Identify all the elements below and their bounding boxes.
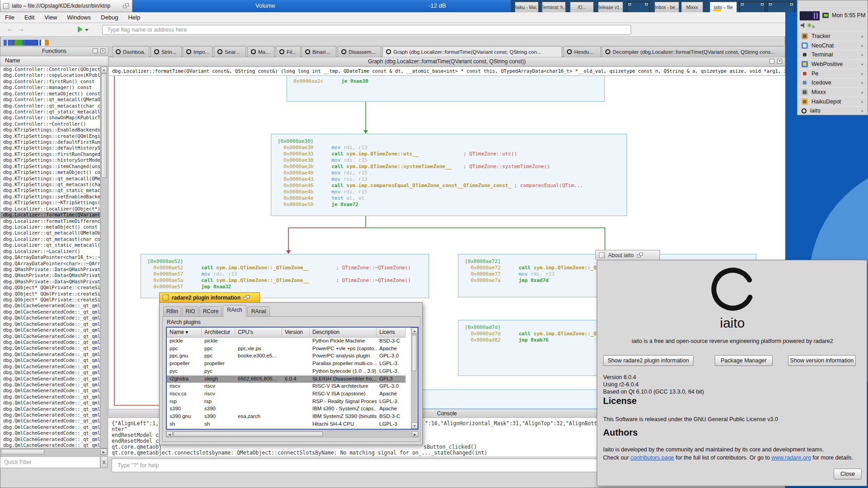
function-list-item[interactable]: dbg.QObject* QQmlPrivate::createSing: [0, 297, 100, 303]
function-list-item[interactable]: dbg.QmlCacheGeneratedCode::_qt_qml_: [0, 339, 100, 345]
function-list-item[interactable]: dbg.QmlCacheGeneratedCode::_qt_qml_: [0, 327, 100, 333]
window-tab-inbox-be-[interactable]: Inbox - be...: [655, 2, 679, 12]
column-header-description[interactable]: Description: [310, 328, 377, 338]
scrollbar-thumb[interactable]: [101, 74, 107, 178]
window-tab-release-v1-[interactable]: Release v1 ...: [598, 2, 623, 12]
function-list-item[interactable]: dbg.Controller::metaObject() const: [0, 91, 100, 97]
forward-arrow-icon[interactable]: →: [17, 24, 25, 33]
workspace-tray-widget[interactable]: [800, 11, 820, 20]
functions-horizontal-scrollbar[interactable]: ▶: [0, 448, 108, 455]
window-tab--o-[interactable]: /O...: [570, 2, 594, 12]
function-list-item[interactable]: dbg.KTripSettings::qt_metacast(chars: [0, 182, 100, 188]
function-list-item[interactable]: dbg.KTripSettings::metaObject() cons: [0, 169, 100, 175]
plugin-table-row[interactable]: r2ghidrasleigh6502,6805,805...6.0.4SLEIG…: [167, 375, 406, 383]
function-list-item[interactable]: dbg.QmlCacheGeneratedCode::_qt_qml_: [0, 364, 100, 370]
function-list-item[interactable]: dbg.Controller::~Controller(): [0, 121, 100, 127]
function-list-item[interactable]: dbg.KTripSettings::historySortModeCh: [0, 157, 100, 163]
stack-tile-icon[interactable]: [637, 253, 643, 258]
function-list-item[interactable]: dbg.QmlCacheGeneratedCode::_qt_qml_: [0, 321, 100, 327]
function-list-item[interactable]: dbg.Controller::qt_metacall(QMetaObj: [0, 97, 100, 103]
volume-and-process-tray-icons[interactable]: [800, 22, 818, 29]
function-list-item[interactable]: dbg.Localizer::qt_static_metacall(QO: [0, 242, 100, 248]
function-list-item[interactable]: dbg.QmlCacheGeneratedCode::_qt_qml_: [0, 376, 100, 382]
function-list-item[interactable]: dbg.QmlCacheGeneratedCode::_qt_qml_: [0, 400, 100, 406]
quick-filter-close-button[interactable]: X: [100, 456, 108, 468]
tab-strin-[interactable]: Strin...: [151, 46, 182, 57]
flag-address-input[interactable]: [102, 25, 631, 35]
function-list-item[interactable]: dbg.KTripSettings::create(QQmlEngine: [0, 133, 100, 139]
function-list-item[interactable]: dbg.Controller::showOnMap(KPublicTra: [0, 115, 100, 121]
continue-play-icon[interactable]: [78, 26, 83, 33]
scroll-up-icon[interactable]: ▲: [411, 328, 418, 334]
close-box-icon[interactable]: [163, 295, 169, 300]
radare-link[interactable]: www.radare.org: [771, 455, 811, 461]
button-package-manager[interactable]: Package Manager: [715, 355, 773, 366]
function-list-item[interactable]: dbg.Controller::qt_static_metacall(Q: [0, 109, 100, 115]
function-list-item[interactable]: dbg.QArrayDataPointer<char>::~QArray: [0, 261, 100, 267]
functions-vertical-scrollbar[interactable]: ▲: [100, 66, 108, 448]
function-list-item[interactable]: dbg.QObject* QQmlPrivate::createSing: [0, 291, 100, 297]
function-list-item[interactable]: dbg.Controller::copyLocation(KPublicT: [0, 72, 100, 78]
network-tray-icon[interactable]: [822, 13, 829, 18]
about-dialog-titlebar[interactable]: About iaito: [595, 250, 660, 260]
deskbar-item-webpositive[interactable]: WebPositive▸: [798, 59, 867, 69]
column-header-name[interactable]: Name ▾: [167, 328, 202, 338]
plugin-table-row[interactable]: ppc.gnuppcbooke,e300,e5...PowerPC analys…: [167, 352, 406, 360]
plugin-table-row[interactable]: s390.gnus390esa,zarchIBM SystemZ S390 (b…: [167, 413, 406, 421]
button-show-radare2-plugin-information[interactable]: Show radare2 plugin information: [603, 355, 693, 366]
function-list-item[interactable]: dbg.QmlCacheGeneratedCode::_qt_qml_: [0, 357, 100, 363]
play-dropd-caret-icon[interactable]: [85, 29, 89, 31]
close-button[interactable]: Close: [834, 469, 862, 479]
function-list-item[interactable]: dbg.QHashPrivate::Data<QHashPrivate:: [0, 279, 100, 285]
function-list-item[interactable]: dbg.QmlCacheGeneratedCode::_qt_qml_: [0, 412, 100, 418]
scrollbar-thumb[interactable]: [1, 449, 44, 455]
plugin-table-row[interactable]: pycpycPython bytecode (1.0 .. 3.9)LGPL-3…: [167, 368, 406, 375]
function-list-item[interactable]: dbg.Localizer::metaObject() const: [0, 224, 100, 230]
function-list-item[interactable]: dbg.QmlCacheGeneratedCode::_qt_qml_: [0, 406, 100, 412]
function-list-item[interactable]: dbg.Localizer::formatTimeDifference(: [0, 218, 100, 224]
plugin-table-row[interactable]: picklepicklePython Pickle MachineBSD-3-C: [167, 338, 406, 345]
function-list-item[interactable]: dbg.QmlCacheGeneratedCode::_qt_qml_: [0, 370, 100, 375]
float-panel-icon[interactable]: [93, 48, 98, 53]
menu-debug[interactable]: Debug: [96, 13, 123, 22]
plugin-table-row[interactable]: propellerpropellerParallax propeller mul…: [167, 360, 406, 368]
function-list-item[interactable]: dbg.QmlCacheGeneratedCode::_qt_qml_: [0, 309, 100, 315]
close-box-icon[interactable]: [3, 3, 9, 9]
function-list-item[interactable]: dbg.QmlCacheGeneratedCode::_qt_qml_: [0, 442, 100, 448]
menu-windows[interactable]: Windows: [62, 13, 96, 22]
function-list-item[interactable]: dbg.QHashPrivate::Data<QHashPrivate:: [0, 267, 100, 272]
close-box-icon[interactable]: [599, 252, 605, 258]
plugin-table-row[interactable]: rsprspRSP - Reality Signal Proces...LGPL…: [167, 398, 406, 406]
scrollbar-thumb[interactable]: [174, 432, 323, 436]
function-list-item[interactable]: dbg.KTripSettings::~KTripSettings(): [0, 200, 100, 206]
volume-window-bar[interactable]: [132, 0, 511, 12]
button-show-version-information[interactable]: Show version information: [788, 355, 856, 366]
function-list-item[interactable]: dbg.KTripSettings::qt_metacall(QMeta: [0, 176, 100, 182]
plugin-table-row[interactable]: riscv.csriscvRISC-V ISA (capstone)Apache: [167, 390, 406, 398]
function-list-item[interactable]: dbg.QHashPrivate::Data<QHashPrivate:: [0, 272, 100, 278]
deskbar-item-terminal[interactable]: Terminal▸: [798, 50, 867, 59]
window-tab-mixxx[interactable]: Mixxx: [681, 2, 703, 12]
function-list-item[interactable]: dbg.Controller::manager() const: [0, 84, 100, 90]
function-list-item[interactable]: dbg.Controller::qt_metacast(char con: [0, 103, 100, 109]
plugin-tab-ranal[interactable]: RAnal: [247, 306, 270, 317]
tab-binari-[interactable]: Binari...: [302, 46, 336, 57]
deskbar-item-tracker[interactable]: Tracker▸: [798, 31, 867, 41]
plugin-dialog-titlebar[interactable]: radare2 plugin information: [159, 292, 260, 302]
scroll-down-icon[interactable]: ▼: [411, 422, 418, 429]
function-list-item[interactable]: dbg.Localizer::~Localizer(): [0, 249, 100, 254]
function-list-item[interactable]: dbg.QmlCacheGeneratedCode::_qt_qml_: [0, 418, 100, 424]
table-vertical-scrollbar[interactable]: ▲ ▼: [411, 328, 418, 429]
function-list-item[interactable]: dbg.QmlCacheGeneratedCode::_qt_qml_: [0, 430, 100, 436]
window-tab-minimized[interactable]: [739, 2, 765, 12]
close-panel-icon[interactable]: ×: [777, 59, 782, 64]
table-horizontal-scrollbar[interactable]: ◀ ▶: [166, 431, 419, 437]
iaito-window-title-tab[interactable]: iaito – file:///Opslag/KDE/kde/usr/bin/k…: [0, 0, 132, 12]
column-header-licens[interactable]: Licens: [377, 328, 406, 338]
function-list-item[interactable]: dbg.KTripSettings::EnabledBackendsCh: [0, 127, 100, 133]
back-arrow-icon[interactable]: ←: [6, 24, 14, 33]
scrollbar-thumb[interactable]: [412, 335, 417, 371]
contributors-link[interactable]: contributors page: [630, 455, 674, 461]
function-list-item[interactable]: dbg.KTripSettings::defaultFirstRunVa: [0, 139, 100, 145]
plugin-table-row[interactable]: riscvriscvRISC-V ISA architectureGPL-3.0: [167, 383, 406, 390]
